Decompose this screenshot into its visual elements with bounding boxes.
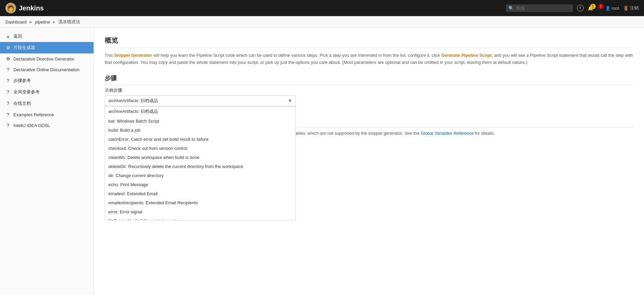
username-label: root: [612, 6, 619, 11]
breadcrumb-dashboard[interactable]: Dashboard: [5, 19, 27, 25]
breadcrumb-sep-2: ►: [52, 19, 56, 25]
overview-section: 概览 This Snippet Generator will help you …: [105, 36, 633, 66]
notifications-bell[interactable]: 🔔 1: [588, 6, 593, 11]
dropdown-item-archiveArtifacts[interactable]: archiveArtifacts: 归档成品: [105, 107, 296, 117]
sidebar-item-declarative-online-doc[interactable]: ? Declarative Online Documentation: [0, 64, 94, 75]
question-icon-8: ?: [5, 123, 11, 128]
main-content: 概览 This Snippet Generator will help you …: [94, 28, 644, 295]
overview-description: This Snippet Generator will help you lea…: [105, 52, 633, 66]
question-icon-7: ?: [5, 112, 11, 117]
steps-label: 示例步骤: [105, 87, 633, 93]
sidebar-item-label: 在线文档: [13, 100, 31, 107]
sidebar-item-global-vars[interactable]: ? 全局变量参考: [0, 86, 94, 98]
alerts-icon[interactable]: ⚠ 1: [597, 6, 601, 11]
page-layout: ▲ 返回 ⚙ 片段生成器 ⚙ Declarative Directive Gen…: [0, 28, 644, 295]
back-icon: ▲: [5, 34, 11, 39]
question-icon-3: ?: [5, 67, 11, 72]
gear-icon-2: ⚙: [5, 56, 11, 61]
steps-section: 步骤 示例步骤 archiveArtifacts: 归档成品 ▼ archive…: [105, 74, 633, 106]
dropdown-item-dir[interactable]: dir: Change current directory: [105, 171, 296, 180]
user-area[interactable]: 👤 root: [605, 6, 619, 11]
sidebar-item-examples-reference[interactable]: ? Examples Reference: [0, 109, 94, 120]
dropdown-item-echo[interactable]: echo: Print Message: [105, 180, 296, 189]
dropdown-item-bat[interactable]: bat: Windows Batch Script: [105, 117, 296, 126]
steps-title: 步骤: [105, 74, 633, 85]
dropdown-item-fileExists[interactable]: fileExists: Verify if file exists in wor…: [105, 216, 296, 220]
header: 🧑 Jenkins 🔍 ? 🔔 1 ⚠ 1 👤 root 🚪 注销: [0, 0, 644, 16]
dropdown-item-emailext[interactable]: emailext: Extended Email: [105, 189, 296, 198]
logout-label: 注销: [630, 5, 639, 11]
notifications-badge: 1: [590, 4, 596, 9]
dropdown-item-cleanWs[interactable]: cleanWs: Delete workspace when build is …: [105, 153, 296, 162]
jenkins-logo-icon: 🧑: [5, 3, 16, 13]
sidebar-item-label: Examples Reference: [13, 112, 54, 117]
dropdown-item-emailextrecipients[interactable]: emailextrecipients: Extended Email Recip…: [105, 198, 296, 207]
sidebar-item-snippet-generator[interactable]: ⚙ 片段生成器: [0, 42, 94, 53]
sidebar: ▲ 返回 ⚙ 片段生成器 ⚙ Declarative Directive Gen…: [0, 28, 94, 295]
sidebar-item-online-docs[interactable]: ? 在线文档: [0, 98, 94, 109]
search-input[interactable]: [516, 6, 563, 11]
logo-area: 🧑 Jenkins: [5, 3, 502, 13]
breadcrumb-sep-1: ►: [29, 19, 33, 25]
sidebar-item-label: 步骤参考: [13, 78, 31, 84]
sidebar-item-label: Declarative Online Documentation: [13, 67, 79, 72]
sidebar-item-label: 全局变量参考: [13, 89, 40, 95]
logout-area[interactable]: 🚪 注销: [623, 5, 639, 11]
question-icon-4: ?: [5, 78, 11, 83]
dropdown-item-build[interactable]: build: Build a job: [105, 126, 296, 135]
dropdown-selected[interactable]: archiveArtifacts: 归档成品 ▼: [105, 95, 296, 106]
global-vars-reference-link[interactable]: Global Variables Reference: [421, 131, 474, 136]
sidebar-item-label: 片段生成器: [13, 45, 35, 51]
breadcrumb: Dashboard ► pipeline ► 流水线语法: [0, 16, 644, 28]
breadcrumb-current: 流水线语法: [58, 19, 80, 25]
sidebar-item-back[interactable]: ▲ 返回: [0, 31, 94, 42]
header-icons: ? 🔔 1 ⚠ 1 👤 root 🚪 注销: [577, 5, 639, 11]
dropdown-selected-text: archiveArtifacts: 归档成品: [108, 98, 158, 104]
sidebar-item-intellij-gdsl[interactable]: ? IntelliJ IDEA GDSL: [0, 120, 94, 131]
help-icon[interactable]: ?: [577, 5, 584, 11]
dropdown-item-checkout[interactable]: checkout: Check out from version control: [105, 144, 296, 153]
sidebar-item-label: Declarative Directive Generator: [13, 56, 74, 61]
logout-icon: 🚪: [623, 6, 629, 11]
question-icon-5: ?: [5, 89, 11, 95]
dropdown-item-deleteDir[interactable]: deleteDir: Recursively delete the curren…: [105, 162, 296, 171]
dropdown-list[interactable]: archiveArtifacts: 归档成品bat: Windows Batch…: [105, 106, 296, 220]
sidebar-item-label: IntelliJ IDEA GDSL: [13, 123, 50, 128]
sidebar-item-steps-reference[interactable]: ? 步骤参考: [0, 75, 94, 86]
dropdown-container: archiveArtifacts: 归档成品 ▼ archiveArtifact…: [105, 95, 296, 106]
sidebar-item-label: 返回: [13, 33, 22, 39]
search-icon: 🔍: [508, 6, 514, 11]
sidebar-item-declarative-directive[interactable]: ⚙ Declarative Directive Generator: [0, 53, 94, 64]
dropdown-item-error[interactable]: error: Error signal: [105, 207, 296, 216]
overview-title: 概览: [105, 36, 633, 48]
alerts-badge: 1: [598, 4, 604, 9]
app-title: Jenkins: [19, 4, 44, 12]
question-icon-6: ?: [5, 101, 11, 106]
search-area[interactable]: 🔍: [506, 4, 573, 12]
gear-icon: ⚙: [5, 45, 11, 50]
chevron-down-icon: ▼: [288, 98, 292, 103]
user-icon: 👤: [605, 6, 610, 11]
dropdown-item-catchError[interactable]: catchError: Catch error and set build re…: [105, 135, 296, 144]
breadcrumb-pipeline[interactable]: pipeline: [35, 19, 50, 25]
